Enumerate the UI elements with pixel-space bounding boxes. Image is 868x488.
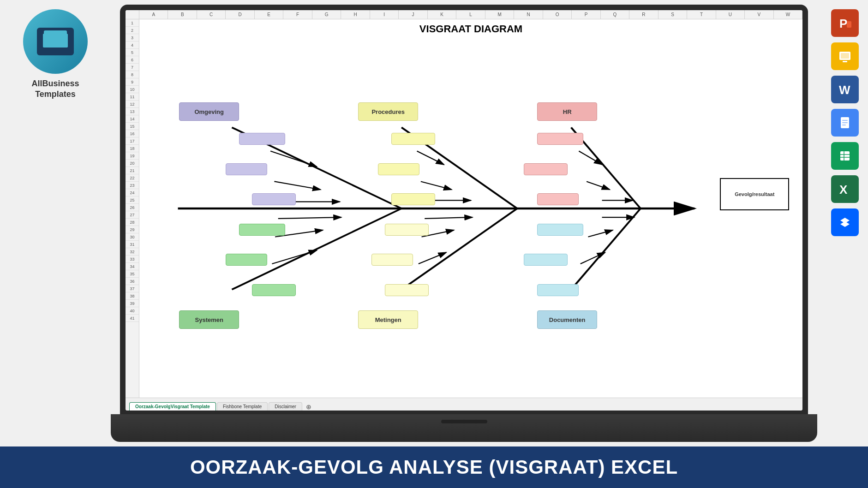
row-30: 30	[126, 233, 139, 241]
excel-body: 1 2 3 4 5 6 7 8 9 10 11 12 13 14	[126, 19, 802, 398]
col-O: O	[543, 10, 572, 19]
svg-line-48	[278, 217, 341, 219]
tab-disclaimer[interactable]: Disclaimer	[269, 402, 302, 411]
laptop-hinge	[441, 420, 487, 423]
excel-tabs: Oorzaak-GevolgVisgraat Template Fishbone…	[126, 398, 802, 411]
category-hr: HR	[537, 102, 597, 121]
google-sheets-icon[interactable]	[831, 142, 859, 170]
category-procedures: Procedures	[358, 102, 418, 121]
svg-rect-2	[45, 36, 66, 37]
row-1: 1	[126, 19, 139, 27]
laptop-base	[111, 414, 817, 442]
svg-rect-21	[840, 151, 850, 161]
result-box: Gevolg/resultaat	[720, 178, 789, 210]
dropbox-icon[interactable]	[831, 208, 859, 236]
row-2: 2	[126, 27, 139, 34]
row-26: 26	[126, 204, 139, 211]
row-5: 5	[126, 49, 139, 56]
data-box-tr3	[537, 193, 579, 205]
row-17: 17	[126, 137, 139, 145]
svg-line-37	[270, 151, 317, 167]
row-6: 6	[126, 56, 139, 64]
row-numbers: 1 2 3 4 5 6 7 8 9 10 11 12 13 14	[126, 19, 139, 398]
svg-rect-18	[842, 122, 848, 123]
google-docs-icon[interactable]	[831, 109, 859, 137]
row-3: 3	[126, 34, 139, 42]
row-25: 25	[126, 196, 139, 204]
col-E: E	[255, 10, 283, 19]
col-H: H	[341, 10, 370, 19]
svg-text:W: W	[839, 83, 850, 97]
svg-rect-19	[842, 125, 846, 125]
svg-line-34	[232, 208, 402, 290]
logo-icon	[37, 28, 74, 55]
col-I: I	[370, 10, 399, 19]
svg-line-40	[417, 151, 444, 165]
row-4: 4	[126, 42, 139, 49]
excel-spreadsheet: A B C D E F G H I J K L M N O P Q	[126, 10, 802, 411]
col-D: D	[226, 10, 254, 19]
col-L: L	[456, 10, 485, 19]
excel-icon[interactable]: X	[831, 175, 859, 203]
svg-line-43	[579, 151, 602, 165]
row-9: 9	[126, 78, 139, 86]
svg-line-46	[272, 250, 317, 264]
row-23: 23	[126, 182, 139, 189]
col-Q: Q	[601, 10, 629, 19]
svg-line-44	[587, 181, 610, 190]
category-systemen: Systemen	[179, 310, 239, 329]
column-headers: A B C D E F G H I J K L M N O P Q	[126, 10, 802, 19]
row-7: 7	[126, 64, 139, 71]
svg-line-36	[571, 208, 641, 290]
word-icon[interactable]: W	[831, 76, 859, 103]
col-N: N	[514, 10, 543, 19]
laptop-screen-outer: A B C D E F G H I J K L M N O P Q	[120, 5, 808, 414]
row-8: 8	[126, 71, 139, 78]
row-15: 15	[126, 123, 139, 130]
data-box-bm2	[371, 254, 413, 266]
col-F: F	[283, 10, 312, 19]
tab-add-button[interactable]: ⊕	[303, 403, 314, 411]
row-38: 38	[126, 292, 139, 300]
row-31: 31	[126, 241, 139, 248]
category-documenten: Documenten	[537, 310, 597, 329]
col-V: V	[745, 10, 773, 19]
row-14: 14	[126, 115, 139, 123]
data-box-tr2	[524, 163, 568, 175]
row-27: 27	[126, 211, 139, 219]
row-33: 33	[126, 256, 139, 263]
row-13: 13	[126, 108, 139, 115]
data-box-bl1	[239, 224, 285, 236]
row-24: 24	[126, 189, 139, 196]
bottom-banner: OORZAAK-GEVOLG ANALYSE (VISGRAAT) EXCEL	[0, 446, 868, 488]
svg-line-51	[425, 217, 473, 219]
col-J: J	[399, 10, 427, 19]
data-box-tl2	[226, 163, 267, 175]
tab-oorzaak[interactable]: Oorzaak-GevolgVisgraat Template	[129, 402, 216, 411]
row-34: 34	[126, 263, 139, 270]
row-35: 35	[126, 270, 139, 278]
svg-rect-5	[48, 48, 62, 51]
logo-area: AllBusinessTemplates	[9, 9, 102, 100]
svg-rect-0	[40, 31, 71, 51]
row-16: 16	[126, 130, 139, 137]
brand-name: AllBusinessTemplates	[9, 78, 102, 100]
google-slides-icon[interactable]	[831, 42, 859, 70]
row-21: 21	[126, 167, 139, 174]
powerpoint-icon[interactable]: P	[831, 9, 859, 37]
row-36: 36	[126, 278, 139, 285]
svg-line-38	[274, 181, 320, 190]
row-32: 32	[126, 248, 139, 256]
col-M: M	[485, 10, 514, 19]
data-box-bm3	[385, 284, 429, 296]
col-T: T	[687, 10, 716, 19]
tab-fishbone[interactable]: Fishbone Template	[217, 402, 268, 411]
svg-rect-12	[843, 61, 847, 62]
svg-rect-8	[847, 21, 851, 28]
col-A: A	[139, 10, 168, 19]
corner-cell	[126, 10, 139, 19]
data-box-tm1	[391, 133, 435, 145]
row-41: 41	[126, 315, 139, 322]
category-metingen: Metingen	[358, 310, 418, 329]
logo-circle	[23, 9, 88, 74]
